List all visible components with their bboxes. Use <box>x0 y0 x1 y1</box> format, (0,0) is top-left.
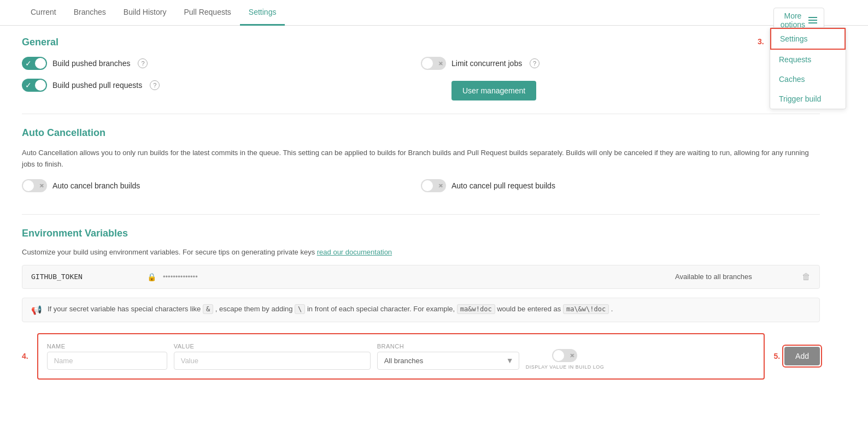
build-pull-requests-knob <box>35 80 46 91</box>
branch-label: BRANCH <box>377 343 519 350</box>
branch-select[interactable]: All branches <box>377 352 519 370</box>
more-options-label: More options <box>781 11 805 29</box>
auto-cancel-pr-row: × Auto cancel pull request builds <box>421 179 555 192</box>
display-in-log-knob <box>553 350 564 361</box>
auto-cancel-pr-x-icon: × <box>439 181 443 190</box>
general-left-col: ✓ Build pushed branches ? ✓ Build pushed… <box>22 57 421 100</box>
info-code-backslash: \ <box>295 304 305 314</box>
env-vars-title: Environment Variables <box>22 228 820 239</box>
delete-env-var-icon[interactable]: 🗑 <box>802 272 811 282</box>
general-settings-row: ✓ Build pushed branches ? ✓ Build pushed… <box>22 57 820 100</box>
auto-cancel-branch-x-icon: × <box>40 181 44 190</box>
name-label: NAME <box>47 343 167 350</box>
env-vars-section: Environment Variables Customize your bui… <box>22 228 820 380</box>
read-documentation-link[interactable]: read our documentation <box>317 248 392 256</box>
hamburger-icon <box>808 17 817 23</box>
auto-cancel-branch-toggle[interactable]: × <box>22 179 47 192</box>
build-branches-toggle[interactable]: ✓ <box>22 57 47 70</box>
limit-jobs-knob <box>422 58 433 69</box>
value-input[interactable] <box>174 352 371 370</box>
auto-cancellation-title: Auto Cancellation <box>22 127 820 139</box>
tab-settings[interactable]: Settings <box>240 0 285 26</box>
display-toggle-wrapper: × DISPLAY VALUE IN BUILD LOG <box>526 349 605 370</box>
branch-form-field: BRANCH All branches ▼ <box>377 343 519 370</box>
tab-current[interactable]: Current <box>22 0 65 26</box>
divider-1 <box>22 114 820 114</box>
add-button-wrapper: Add <box>784 347 820 365</box>
tab-build-history[interactable]: Build History <box>115 0 175 26</box>
add-var-form-row: 4. NAME VALUE BRANCH All branch <box>22 333 820 380</box>
limit-jobs-x-icon: × <box>439 60 443 68</box>
dropdown-menu: Settings Requests Caches Trigger build <box>770 27 846 109</box>
dropdown-settings[interactable]: Settings <box>770 28 846 50</box>
display-in-log-toggle[interactable]: × <box>552 349 577 362</box>
tab-branches[interactable]: Branches <box>65 0 115 26</box>
auto-cancel-right: × Auto cancel pull request builds <box>421 179 820 201</box>
env-vars-description: Customize your build using environment v… <box>22 248 820 256</box>
info-code-example2: ma\&w\!doc <box>563 304 609 314</box>
add-var-form: NAME VALUE BRANCH All branches ▼ <box>37 333 765 380</box>
env-var-value: •••••••••••••• <box>163 273 668 281</box>
display-in-log-label: DISPLAY VALUE IN BUILD LOG <box>526 364 605 370</box>
step-5-label: 5. <box>773 352 780 360</box>
auto-cancel-left: × Auto cancel branch builds <box>22 179 421 201</box>
build-pull-requests-row: ✓ Build pushed pull requests ? <box>22 79 421 92</box>
env-var-github-token: GITHUB_TOKEN 🔒 •••••••••••••• Available … <box>22 265 820 289</box>
env-var-branch: Available to all branches <box>675 273 795 281</box>
main-content: General ✓ Build pushed branches ? ✓ <box>0 26 842 390</box>
info-code-example1: ma&w!doc <box>457 304 495 314</box>
auto-cancellation-section: Auto Cancellation Auto Cancellation allo… <box>22 127 820 201</box>
build-pull-requests-label: Build pushed pull requests <box>52 81 142 90</box>
build-branches-check-icon: ✓ <box>25 59 32 68</box>
info-megaphone-icon: 📢 <box>31 305 42 315</box>
value-form-field: VALUE <box>174 343 371 370</box>
general-right-col: × Limit concurrent jobs ? User managemen… <box>421 57 820 100</box>
limit-jobs-area: × Limit concurrent jobs ? User managemen… <box>421 57 820 100</box>
divider-2 <box>22 214 820 215</box>
general-title: General <box>22 37 820 48</box>
auto-cancellation-row: × Auto cancel branch builds × Auto cance… <box>22 179 820 201</box>
limit-jobs-label: Limit concurrent jobs <box>451 59 522 68</box>
step-4-label: 4. <box>22 352 28 360</box>
user-management-button[interactable]: User management <box>451 81 536 100</box>
build-branches-row: ✓ Build pushed branches ? <box>22 57 421 70</box>
general-section: General ✓ Build pushed branches ? ✓ <box>22 37 820 100</box>
dropdown-trigger-build[interactable]: Trigger build <box>770 89 846 109</box>
display-in-log-x-icon: × <box>571 351 575 359</box>
auto-cancel-branch-row: × Auto cancel branch builds <box>22 179 421 192</box>
nav-tabs: Current Branches Build History Pull Requ… <box>0 0 868 26</box>
lock-icon: 🔒 <box>147 273 156 281</box>
limit-jobs-toggle[interactable]: × <box>421 57 446 70</box>
build-pull-requests-toggle[interactable]: ✓ <box>22 79 47 92</box>
info-box: 📢 If your secret variable has special ch… <box>22 298 820 322</box>
build-pull-requests-check-icon: ✓ <box>25 81 32 90</box>
tab-pull-requests[interactable]: Pull Requests <box>175 0 239 26</box>
info-code-ampersand: & <box>203 304 213 314</box>
limit-jobs-help-icon[interactable]: ? <box>530 58 539 68</box>
branch-select-wrapper: All branches ▼ <box>377 352 519 370</box>
name-input[interactable] <box>47 352 167 370</box>
auto-cancel-pr-knob <box>422 180 433 191</box>
step-3-label: 3. <box>758 37 764 46</box>
dropdown-requests[interactable]: Requests <box>770 50 846 69</box>
info-text: If your secret variable has special char… <box>48 305 613 313</box>
limit-jobs-row: × Limit concurrent jobs ? <box>421 57 820 70</box>
add-button[interactable]: Add <box>784 347 820 365</box>
env-var-name: GITHUB_TOKEN <box>31 273 140 281</box>
build-branches-knob <box>35 58 46 69</box>
auto-cancel-branch-label: Auto cancel branch builds <box>52 181 140 190</box>
build-pull-requests-help-icon[interactable]: ? <box>150 80 160 90</box>
auto-cancellation-description: Auto Cancellation allows you to only run… <box>22 147 820 170</box>
value-label: VALUE <box>174 343 371 350</box>
build-branches-help-icon[interactable]: ? <box>138 58 148 68</box>
auto-cancel-pr-toggle[interactable]: × <box>421 179 446 192</box>
auto-cancel-branch-knob <box>23 180 34 191</box>
build-branches-label: Build pushed branches <box>52 59 130 68</box>
auto-cancel-pr-label: Auto cancel pull request builds <box>451 181 555 190</box>
dropdown-caches[interactable]: Caches <box>770 69 846 89</box>
name-form-field: NAME <box>47 343 167 370</box>
